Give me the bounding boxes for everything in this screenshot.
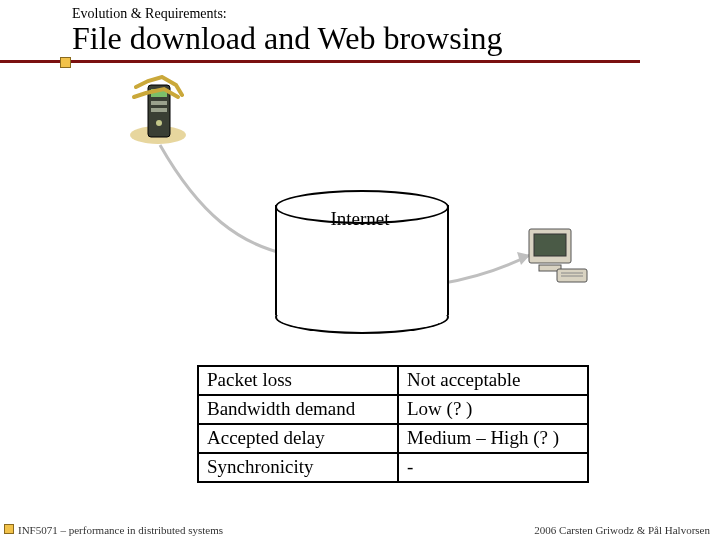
table-cell-label: Synchronicity bbox=[198, 453, 398, 482]
network-diagram: Internet bbox=[0, 75, 720, 370]
internet-label: Internet bbox=[275, 208, 445, 230]
svg-rect-6 bbox=[151, 108, 167, 112]
internet-cloud: Internet bbox=[275, 190, 445, 330]
slide-title: File download and Web browsing bbox=[72, 20, 720, 57]
title-bullet bbox=[60, 57, 71, 68]
table-cell-label: Bandwidth demand bbox=[198, 395, 398, 424]
footer-left-text: INF5071 – performance in distributed sys… bbox=[18, 524, 223, 536]
svg-point-7 bbox=[156, 120, 162, 126]
table-cell-value: Low (? ) bbox=[398, 395, 588, 424]
table-row: Packet loss Not acceptable bbox=[198, 366, 588, 395]
svg-rect-5 bbox=[151, 101, 167, 105]
svg-rect-9 bbox=[534, 234, 566, 256]
table-row: Accepted delay Medium – High (? ) bbox=[198, 424, 588, 453]
slide-footer: INF5071 – performance in distributed sys… bbox=[0, 518, 720, 540]
table-row: Bandwidth demand Low (? ) bbox=[198, 395, 588, 424]
table-row: Synchronicity - bbox=[198, 453, 588, 482]
requirements-table: Packet loss Not acceptable Bandwidth dem… bbox=[197, 365, 589, 483]
server-icon bbox=[118, 75, 198, 155]
table-cell-label: Packet loss bbox=[198, 366, 398, 395]
table-cell-value: - bbox=[398, 453, 588, 482]
footer-right-text: 2006 Carsten Griwodz & Pål Halvorsen bbox=[534, 524, 710, 536]
table-cell-value: Not acceptable bbox=[398, 366, 588, 395]
table-cell-value: Medium – High (? ) bbox=[398, 424, 588, 453]
table-cell-label: Accepted delay bbox=[198, 424, 398, 453]
footer-bullet bbox=[4, 524, 14, 534]
client-pc-icon bbox=[525, 225, 590, 285]
title-underline bbox=[0, 60, 640, 63]
